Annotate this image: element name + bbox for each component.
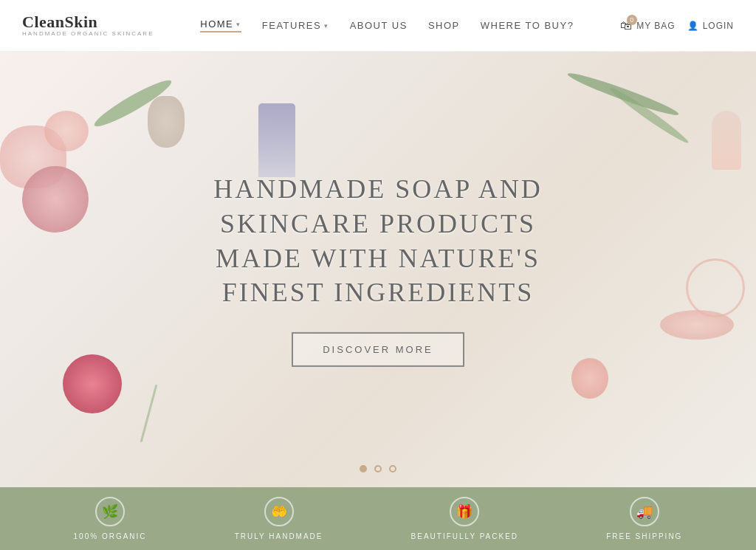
logo[interactable]: CleanSkin HANDMADE ORGANIC SKINCARE (22, 13, 154, 38)
slider-dots (360, 465, 396, 472)
deco-lavender (258, 103, 295, 177)
hero-title: HANDMADE SOAP AND SKINCARE PRODUCTS MADE… (189, 172, 567, 310)
deco-bottle (712, 111, 741, 170)
deco-petal (571, 358, 608, 399)
chevron-down-icon: ▾ (236, 21, 241, 28)
deco-vase (148, 96, 185, 148)
bag-icon-wrap: 🛍 0 (620, 19, 633, 32)
feature-handmade: 🤲 TRULY HANDMADE (235, 497, 323, 540)
main-nav: HOME ▾ FEATURES ▾ ABOUT US SHOP WHERE TO… (200, 18, 574, 32)
deco-dish-oval (660, 310, 734, 340)
feature-packed: 🎁 BEAUTIFULLY PACKED (411, 497, 518, 540)
shipping-icon: 🚚 (630, 497, 659, 526)
feature-organic: 🌿 100% ORGANIC (74, 497, 147, 540)
organic-label: 100% ORGANIC (74, 532, 147, 540)
nav-shop[interactable]: SHOP (428, 20, 460, 31)
packed-icon: 🎁 (450, 497, 479, 526)
nav-about[interactable]: ABOUT US (350, 20, 408, 31)
handmade-icon: 🤲 (264, 497, 294, 526)
features-bar: 🌿 100% ORGANIC 🤲 TRULY HANDMADE 🎁 BEAUTI… (0, 487, 756, 550)
slider-dot-3[interactable] (389, 465, 396, 472)
logo-subtitle: HANDMADE ORGANIC SKINCARE (22, 31, 154, 38)
feature-shipping: 🚚 FREE SHIPPING (606, 497, 682, 540)
site-header: CleanSkin HANDMADE ORGANIC SKINCARE HOME… (0, 0, 756, 52)
nav-home[interactable]: HOME ▾ (200, 18, 241, 32)
header-actions: 🛍 0 MY BAG 👤 LOGIN (620, 19, 734, 32)
bag-count: 0 (627, 15, 637, 25)
organic-icon: 🌿 (95, 497, 125, 526)
bag-label: MY BAG (636, 21, 675, 31)
packed-label: BEAUTIFULLY PACKED (411, 532, 518, 540)
nav-where-to-buy[interactable]: WHERE TO BUY? (481, 20, 574, 31)
login-button[interactable]: 👤 LOGIN (687, 21, 734, 31)
nav-features[interactable]: FEATURES ▾ (262, 20, 329, 31)
deco-flower (63, 354, 122, 413)
bag-button[interactable]: 🛍 0 MY BAG (620, 19, 675, 32)
login-label: LOGIN (703, 21, 734, 31)
logo-name: CleanSkin (22, 13, 154, 31)
discover-more-button[interactable]: DISCOVER MORE (292, 332, 464, 367)
slider-dot-2[interactable] (374, 465, 382, 472)
chevron-down-icon: ▾ (324, 22, 329, 30)
deco-circle-large (22, 166, 89, 233)
deco-dish-ring (686, 258, 745, 317)
hero-content: HANDMADE SOAP AND SKINCARE PRODUCTS MADE… (189, 172, 567, 367)
login-icon: 👤 (687, 21, 699, 31)
deco-circle-small (44, 111, 89, 151)
handmade-label: TRULY HANDMADE (235, 532, 323, 540)
slider-dot-1[interactable] (360, 465, 367, 472)
shipping-label: FREE SHIPPING (606, 532, 682, 540)
hero-section: HANDMADE SOAP AND SKINCARE PRODUCTS MADE… (0, 52, 756, 487)
